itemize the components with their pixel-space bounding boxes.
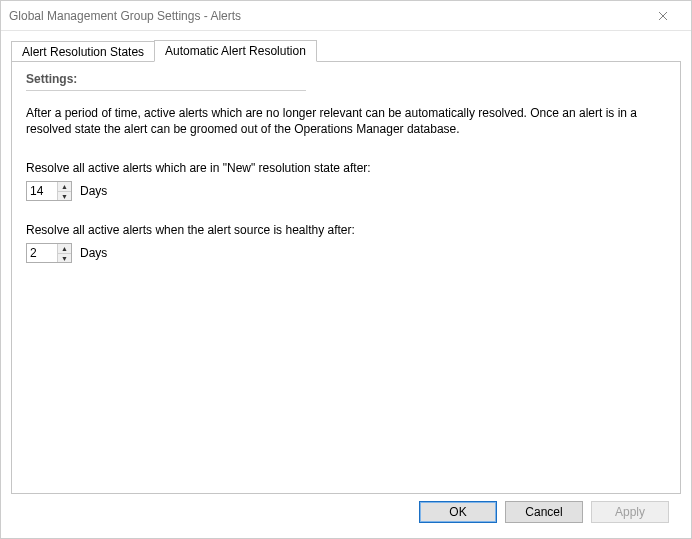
- window-title: Global Management Group Settings - Alert…: [9, 9, 643, 23]
- field2-spin-buttons: ▲ ▼: [57, 244, 71, 262]
- cancel-button[interactable]: Cancel: [505, 501, 583, 523]
- close-button[interactable]: [643, 2, 683, 30]
- field1-spin-down[interactable]: ▼: [58, 192, 71, 201]
- field1-spin-up[interactable]: ▲: [58, 182, 71, 192]
- field2-row: ▲ ▼ Days: [26, 243, 666, 263]
- button-label: OK: [449, 505, 466, 519]
- field1-unit: Days: [80, 184, 107, 198]
- tab-panel-automatic-alert-resolution: Settings: After a period of time, active…: [11, 61, 681, 494]
- tab-automatic-alert-resolution[interactable]: Automatic Alert Resolution: [154, 40, 317, 62]
- field1-label: Resolve all active alerts which are in "…: [26, 161, 666, 175]
- field2-input[interactable]: [27, 244, 57, 262]
- button-label: Cancel: [525, 505, 562, 519]
- titlebar: Global Management Group Settings - Alert…: [1, 1, 691, 31]
- button-label: Apply: [615, 505, 645, 519]
- ok-button[interactable]: OK: [419, 501, 497, 523]
- description-text: After a period of time, active alerts wh…: [26, 105, 646, 137]
- dialog-body: Alert Resolution States Automatic Alert …: [1, 31, 691, 538]
- tab-alert-resolution-states[interactable]: Alert Resolution States: [11, 41, 155, 62]
- field2-label: Resolve all active alerts when the alert…: [26, 223, 666, 237]
- field1-row: ▲ ▼ Days: [26, 181, 666, 201]
- close-icon: [658, 11, 668, 21]
- settings-heading: Settings:: [26, 72, 666, 86]
- dialog-window: Global Management Group Settings - Alert…: [0, 0, 692, 539]
- field2-spin-up[interactable]: ▲: [58, 244, 71, 254]
- tab-label: Alert Resolution States: [22, 45, 144, 59]
- field1-spinbox: ▲ ▼: [26, 181, 72, 201]
- field2-spin-down[interactable]: ▼: [58, 254, 71, 263]
- tab-strip: Alert Resolution States Automatic Alert …: [11, 37, 681, 61]
- field1-spin-buttons: ▲ ▼: [57, 182, 71, 200]
- dialog-footer: OK Cancel Apply: [11, 494, 681, 538]
- tab-label: Automatic Alert Resolution: [165, 44, 306, 58]
- apply-button: Apply: [591, 501, 669, 523]
- field1-input[interactable]: [27, 182, 57, 200]
- divider: [26, 90, 306, 91]
- field2-spinbox: ▲ ▼: [26, 243, 72, 263]
- field2-unit: Days: [80, 246, 107, 260]
